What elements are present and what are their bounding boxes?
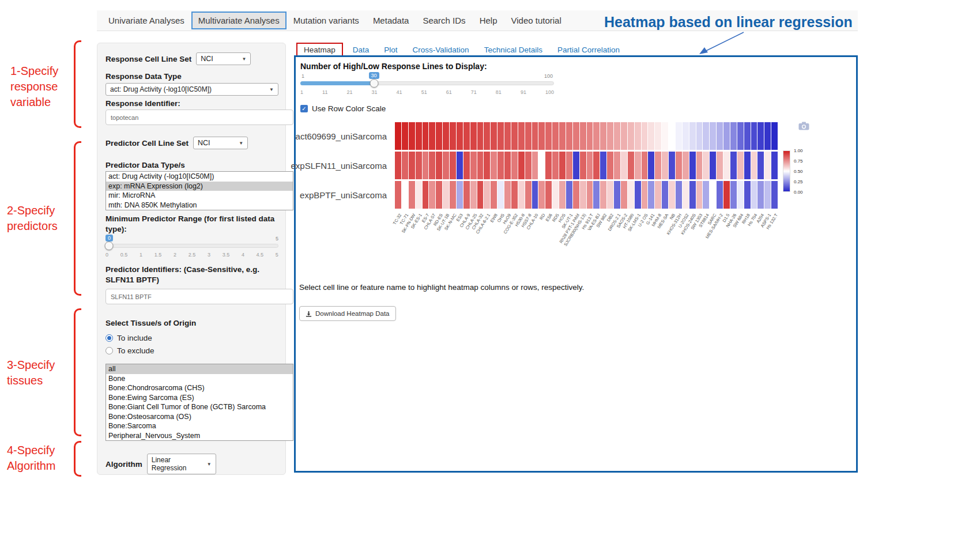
heatmap-cell[interactable] [737,152,744,179]
algorithm-select[interactable]: Linear Regression ▼ [147,454,216,474]
heatmap-cell[interactable] [593,152,600,179]
heatmap-cell[interactable] [669,181,675,209]
list-option-mir-microrna[interactable]: mir: MicroRNA [106,191,293,201]
heatmap-cell[interactable] [538,122,545,150]
heatmap-cell[interactable] [621,152,627,179]
heatmap-cell[interactable] [477,181,484,209]
heatmap-cell[interactable] [764,152,771,179]
heatmap-cell[interactable] [751,122,757,150]
heatmap-cell[interactable] [642,122,648,150]
heatmap-cell[interactable] [662,152,668,179]
heatmap-cell[interactable] [538,152,545,179]
predictor-data-types-listbox[interactable]: act: Drug Activity (-log10[IC50M])exp: m… [105,171,293,210]
nav-tab-search-ids[interactable]: Search IDs [416,12,472,29]
heatmap-cell[interactable] [484,122,490,150]
heatmap-cell[interactable] [648,122,654,150]
predictor-cell-line-set-select[interactable]: NCI ▼ [193,137,248,149]
heatmap-cell[interactable] [635,152,641,179]
heatmap-cell[interactable] [703,122,709,150]
heatmap-cell[interactable] [600,152,606,179]
heatmap-cell[interactable] [518,122,525,150]
heatmap-cell[interactable] [607,152,613,179]
checkbox-checked-icon[interactable]: ✓ [300,105,308,112]
heatmap-cell[interactable] [669,152,675,179]
heatmap-cell[interactable] [751,152,757,179]
nav-tab-mutation-variants[interactable]: Mutation variants [287,12,366,29]
slider-handle[interactable] [105,241,114,250]
heatmap-cell[interactable] [443,122,449,150]
heatmap-cell[interactable] [457,152,463,179]
response-cell-line-set-select[interactable]: NCI ▼ [196,52,251,65]
heatmap-cell[interactable] [429,152,435,179]
heatmap-cell[interactable] [429,122,435,150]
heatmap-cell[interactable] [559,152,566,179]
heatmap-cell[interactable] [545,122,552,150]
heatmap-cell[interactable] [648,152,654,179]
tab-cross-validation[interactable]: Cross-Validation [405,43,477,56]
heatmap-cell[interactable] [484,152,490,179]
heatmap-cell[interactable] [559,122,566,150]
heatmap-cell[interactable] [600,122,606,150]
heatmap-cell[interactable] [696,122,703,150]
heatmap-cell[interactable] [757,152,764,179]
heatmap-cell[interactable] [730,181,737,209]
heatmap-cell[interactable] [395,152,401,179]
heatmap-cell[interactable] [628,181,634,209]
list-option-all[interactable]: all [106,364,293,374]
heatmap-cell[interactable] [744,181,751,209]
tab-technical-details[interactable]: Technical Details [477,43,550,56]
tissue-listbox[interactable]: allBoneBone:Chondrosarcoma (CHS)Bone:Ewi… [105,364,293,441]
heatmap-cell[interactable] [538,181,545,209]
nav-tab-video-tutorial[interactable]: Video tutorial [504,12,568,29]
heatmap-cell[interactable] [463,181,470,209]
heatmap-cell[interactable] [491,181,497,209]
heatmap-cell[interactable] [532,152,538,179]
heatmap-cell[interactable] [457,181,463,209]
nav-tab-multivariate-analyses[interactable]: Multivariate Analyses [191,12,287,29]
heatmap-cell[interactable] [552,122,559,150]
heatmap-cell[interactable] [511,122,518,150]
heatmap-cell[interactable] [669,122,675,150]
list-option-exp-mrna-expression-log2[interactable]: exp: mRNA Expression (log2) [106,182,293,191]
heatmap-cell[interactable] [689,122,696,150]
heatmap-cell[interactable] [730,152,737,179]
heatmap-cell[interactable] [457,122,463,150]
heatmap-cell[interactable] [683,181,689,209]
nav-tab-univariate-analyses[interactable]: Univariate Analyses [101,12,191,29]
list-option-bone-osteosarcoma-os[interactable]: Bone:Osteosarcoma (OS) [106,412,293,422]
heatmap-cell[interactable] [566,181,572,209]
heatmap-cell[interactable] [676,152,682,179]
heatmap-cell[interactable] [504,181,511,209]
heatmap-cell[interactable] [450,122,456,150]
heatmap-cell[interactable] [757,122,764,150]
heatmap-cell[interactable] [491,152,497,179]
heatmap-row-label[interactable]: expSLFN11_uniSarcoma [291,161,387,171]
slider-handle[interactable] [370,79,378,88]
list-option-act-drug-activity-log10-ic50m[interactable]: act: Drug Activity (-log10[IC50M]) [106,172,293,182]
heatmap-cell[interactable] [450,181,456,209]
heatmap-cell[interactable] [621,122,627,150]
list-option-bone-chondrosarcoma-chs[interactable]: Bone:Chondrosarcoma (CHS) [106,383,293,393]
heatmap-cell[interactable] [757,181,764,209]
list-option-bone[interactable]: Bone [106,374,293,384]
radio-selected-icon[interactable] [105,334,113,342]
tab-plot[interactable]: Plot [376,43,405,56]
list-option-mth-dna-850k-methylation[interactable]: mth: DNA 850K Methylation [106,201,293,210]
heatmap-cell[interactable] [580,152,586,179]
heatmap-cell[interactable] [552,152,559,179]
heatmap-cell[interactable] [504,152,511,179]
heatmap-cell[interactable] [607,122,613,150]
heatmap-cell[interactable] [470,152,477,179]
heatmap-cell[interactable] [717,152,723,179]
heatmap-cell[interactable] [648,181,654,209]
heatmap-cell[interactable] [607,181,613,209]
heatmap-cell[interactable] [532,181,538,209]
heatmap-cell[interactable] [416,181,422,209]
list-option-bone-giant-cell-tumor-of-bone-gctb-sarcoma[interactable]: Bone:Giant Cell Tumor of Bone (GCTB) Sar… [106,402,293,412]
heatmap-cell[interactable] [723,122,730,150]
heatmap-cell[interactable] [744,122,751,150]
heatmap-cell[interactable] [689,181,696,209]
heatmap-cell[interactable] [662,122,668,150]
heatmap-cell[interactable] [409,181,415,209]
heatmap-cell[interactable] [751,181,757,209]
